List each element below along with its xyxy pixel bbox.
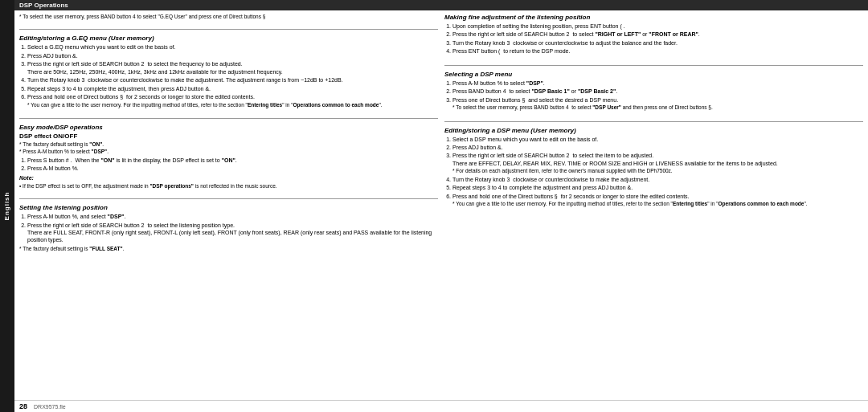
section-listening-title: Setting the listening position <box>19 204 438 211</box>
list-item: Press S button # . When the "ON" is lit … <box>27 157 438 164</box>
right-column: Making fine adjustment of the listening … <box>444 14 863 397</box>
asterisk-note: * To select the user memory, press BAND … <box>452 104 713 110</box>
list-item: Select a DSP menu which you want to edit… <box>452 136 863 143</box>
section-easy-mode: Easy mode/DSP operations DSP effect ON/O… <box>19 124 438 190</box>
divider-3 <box>19 198 438 199</box>
dsp-note-2: * Press A-M button % to select "DSP". <box>19 149 438 155</box>
list-item: Press A-M button %. <box>27 165 438 172</box>
section-listening-pos: Setting the listening position Press A-M… <box>19 204 438 253</box>
asterisk-note: * For details on each adjustment item, r… <box>452 168 673 173</box>
footer-bar: 28 DRX9575.fle <box>14 400 868 412</box>
section-geq-title: Editing/storing a G.EQ menu (User memory… <box>19 35 438 42</box>
dsp-onoff-steps: Press S button # . When the "ON" is lit … <box>19 157 438 173</box>
list-item: Turn the Rotary knob 3 clockwise or coun… <box>27 76 438 84</box>
asterisk-note: * You can give a title to the user memor… <box>452 201 808 206</box>
listening-pos-steps: Press A-M button %, and select "DSP". Pr… <box>19 213 438 244</box>
main-body: * To select the user memory, press BAND … <box>14 10 868 400</box>
section-edit-dsp: Editing/storing a DSP menu (User memory)… <box>444 127 863 210</box>
content-area: DSP Operations * To select the user memo… <box>14 0 868 412</box>
list-item: Press and hold one of Direct buttons § f… <box>27 93 438 108</box>
list-item: Select a G.EQ menu which you want to edi… <box>27 43 438 51</box>
section-dsp-onoff-title: DSP effect ON/OFF <box>19 133 438 140</box>
list-item: Turn the Rotary knob 3 clockwise or coun… <box>452 39 863 47</box>
asterisk-note: * You can give a title to the user memor… <box>27 102 383 108</box>
list-item: Press A-M button % to select "DSP". <box>452 80 863 87</box>
section-select-dsp: Selecting a DSP menu Press A-M button % … <box>444 71 863 113</box>
header-title: DSP Operations <box>19 2 68 9</box>
edit-dsp-steps: Select a DSP menu which you want to edit… <box>444 136 863 208</box>
divider-1 <box>19 29 438 30</box>
list-item: Repeat steps 3 to 4 to complete the adju… <box>452 184 863 191</box>
section-select-dsp-title: Selecting a DSP menu <box>444 71 863 78</box>
list-item: Turn the Rotary knob 3 clockwise or coun… <box>452 176 863 183</box>
model-number: DRX9575.fle <box>34 404 66 410</box>
asterisk-note-text: * To select the user memory, press BAND … <box>19 14 438 20</box>
list-item: Press the right or left side of SEARCH b… <box>27 60 438 75</box>
select-dsp-steps: Press A-M button % to select "DSP". Pres… <box>444 80 863 112</box>
list-item: Press BAND button 4 to select "DSP Basic… <box>452 88 863 95</box>
list-item: Repeat steps 3 to 4 to complete the adju… <box>27 85 438 92</box>
note-text: • If the DSP effect is set to OFF, the a… <box>19 183 438 190</box>
divider-2 <box>19 118 438 119</box>
section-easy-title: Easy mode/DSP operations <box>19 124 438 131</box>
sidebar: English <box>0 0 14 412</box>
note-label: Note: <box>19 174 438 182</box>
list-item: Press the right or left side of SEARCH b… <box>27 222 438 244</box>
dsp-note-1: * The factory default setting is "ON". <box>19 141 438 148</box>
section-fine-adj: Making fine adjustment of the listening … <box>444 14 863 57</box>
listening-default-note: * The factory default setting is "FULL S… <box>19 246 438 252</box>
divider-4 <box>444 65 863 66</box>
list-item: Press ENT button ( to return to the DSP … <box>452 47 863 55</box>
section-fine-adj-title: Making fine adjustment of the listening … <box>444 14 863 21</box>
section-edit-dsp-title: Editing/storing a DSP menu (User memory) <box>444 127 863 134</box>
list-item: Press one of Direct buttons § and select… <box>452 96 863 112</box>
fine-adj-steps: Upon completion of setting the listening… <box>444 22 863 55</box>
list-item: Press ADJ button &. <box>27 52 438 59</box>
list-item: Press ADJ button &. <box>452 144 863 151</box>
list-item: Press the right or left side of SEARCH b… <box>452 31 863 38</box>
list-item: Upon completion of setting the listening… <box>452 22 863 30</box>
header-bar: DSP Operations <box>14 0 868 10</box>
page-number: 28 <box>19 402 27 410</box>
list-item: Press A-M button %, and select "DSP". <box>27 213 438 220</box>
section-geq: Editing/storing a G.EQ menu (User memory… <box>19 35 438 110</box>
divider-5 <box>444 121 863 122</box>
list-item: Press and hold one of the Direct buttons… <box>452 193 863 208</box>
section-geq-list: Select a G.EQ menu which you want to edi… <box>19 43 438 108</box>
asterisk-note-block: * To select the user memory, press BAND … <box>19 14 438 21</box>
sidebar-label: English <box>4 192 11 221</box>
left-column: * To select the user memory, press BAND … <box>19 14 438 397</box>
list-item: Press the right or left side of SEARCH b… <box>452 152 863 174</box>
page: English DSP Operations * To select the u… <box>0 0 868 412</box>
